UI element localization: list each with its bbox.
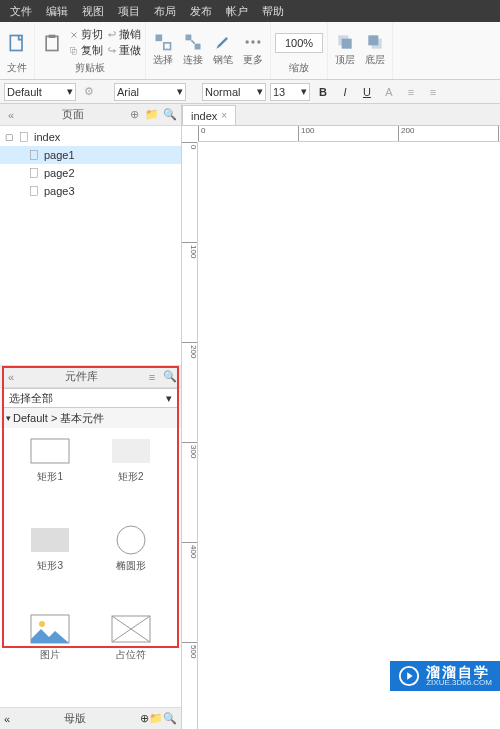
add-folder-icon[interactable]: 📁 <box>149 712 163 725</box>
align-center-button[interactable]: ≡ <box>424 83 442 101</box>
widget-placeholder[interactable]: 占位符 <box>95 614 168 699</box>
ruler-tick: 100 <box>182 242 198 258</box>
svg-rect-2 <box>49 34 56 37</box>
undo-button[interactable]: 撤销 <box>107 27 141 42</box>
bring-front-button[interactable]: 顶层 <box>332 30 358 71</box>
close-icon[interactable]: × <box>221 110 227 121</box>
copy-button[interactable]: 复制 <box>69 43 103 58</box>
svg-rect-6 <box>164 43 171 50</box>
play-icon <box>398 665 420 687</box>
document-icon <box>28 167 40 179</box>
menu-edit[interactable]: 编辑 <box>40 2 74 21</box>
menu-layout[interactable]: 布局 <box>148 2 182 21</box>
svg-rect-21 <box>31 439 69 463</box>
tree-item-page1[interactable]: page1 <box>0 146 181 164</box>
widget-rect3[interactable]: 矩形3 <box>14 525 87 610</box>
document-icon <box>28 149 40 161</box>
ruler-tick: 100 <box>298 126 314 142</box>
text-color-button[interactable]: A <box>380 83 398 101</box>
cut-button[interactable]: 剪切 <box>69 27 103 42</box>
document-icon <box>28 185 40 197</box>
underline-button[interactable]: U <box>358 83 376 101</box>
ribbon-toolbar: 文件 剪切 复制 撤销 重做 剪贴板 选择 连接 钢笔 更多 缩放 顶层 <box>0 22 500 80</box>
svg-rect-14 <box>342 39 352 49</box>
canvas[interactable] <box>198 142 500 729</box>
menu-icon[interactable]: ≡ <box>145 370 159 384</box>
canvas-area: index× 0 100 200 300 0 100 200 300 400 5… <box>182 104 500 729</box>
align-left-button[interactable]: ≡ <box>402 83 420 101</box>
ruler-tick: 400 <box>182 542 198 558</box>
svg-rect-4 <box>72 49 76 54</box>
style-settings-icon[interactable]: ⚙ <box>80 83 98 101</box>
new-file-button[interactable] <box>4 31 30 55</box>
menu-publish[interactable]: 发布 <box>184 2 218 21</box>
svg-point-24 <box>117 526 145 554</box>
clipboard-label: 剪贴板 <box>75 61 105 77</box>
svg-rect-3 <box>71 47 75 52</box>
send-back-button[interactable]: 底层 <box>362 30 388 71</box>
svg-rect-0 <box>10 35 22 50</box>
ruler-tick: 0 <box>182 142 198 149</box>
menu-account[interactable]: 帐户 <box>220 2 254 21</box>
file-label: 文件 <box>7 61 27 77</box>
svg-rect-23 <box>31 528 69 552</box>
connect-button[interactable]: 连接 <box>180 30 206 71</box>
ruler-tick: 0 <box>198 126 205 142</box>
svg-rect-19 <box>31 169 38 178</box>
svg-rect-16 <box>368 35 378 45</box>
size-select[interactable]: 13▾ <box>270 83 310 101</box>
ruler-tick: 200 <box>182 342 198 358</box>
tree-root[interactable]: ▢ index <box>0 128 181 146</box>
library-category[interactable]: ▾Default > 基本元件 <box>0 408 181 428</box>
tab-index[interactable]: index× <box>182 105 236 125</box>
widget-ellipse[interactable]: 椭圆形 <box>95 525 168 610</box>
menu-file[interactable]: 文件 <box>4 2 38 21</box>
library-select[interactable]: 选择全部▾ <box>2 388 179 408</box>
ruler-horizontal: 0 100 200 300 <box>198 126 500 142</box>
library-panel: « 元件库 ≡ 🔍 选择全部▾ ▾Default > 基本元件 矩形1 矩形2 … <box>0 366 181 707</box>
svg-rect-17 <box>21 133 28 142</box>
menu-project[interactable]: 项目 <box>112 2 146 21</box>
more-button[interactable]: 更多 <box>240 30 266 71</box>
svg-line-9 <box>191 40 194 43</box>
svg-rect-22 <box>112 439 150 463</box>
menu-view[interactable]: 视图 <box>76 2 110 21</box>
add-folder-icon[interactable]: 📁 <box>145 108 159 122</box>
italic-button[interactable]: I <box>336 83 354 101</box>
bold-button[interactable]: B <box>314 83 332 101</box>
svg-point-10 <box>246 40 249 43</box>
widget-rect1[interactable]: 矩形1 <box>14 436 87 521</box>
select-button[interactable]: 选择 <box>150 30 176 71</box>
zoom-input[interactable] <box>275 33 323 53</box>
pages-panel-header: « 页面 ⊕ 📁 🔍 <box>0 104 181 126</box>
svg-rect-7 <box>186 35 192 41</box>
svg-point-12 <box>257 40 260 43</box>
collapse-icon[interactable]: « <box>4 108 18 122</box>
redo-button[interactable]: 重做 <box>107 43 141 58</box>
collapse-icon[interactable]: « <box>4 370 18 384</box>
add-page-icon[interactable]: ⊕ <box>127 108 141 122</box>
menu-help[interactable]: 帮助 <box>256 2 290 21</box>
ruler-tick: 300 <box>182 442 198 458</box>
search-icon[interactable]: 🔍 <box>163 712 177 725</box>
zoom-label: 缩放 <box>289 61 309 77</box>
svg-rect-1 <box>46 36 58 50</box>
widget-image[interactable]: 图片 <box>14 614 87 699</box>
left-sidebar: « 页面 ⊕ 📁 🔍 ▢ index page1 page2 page3 <box>0 104 182 729</box>
tree-item-page3[interactable]: page3 <box>0 182 181 200</box>
document-icon <box>18 131 30 143</box>
style-select[interactable]: Default▾ <box>4 83 76 101</box>
search-icon[interactable]: 🔍 <box>163 108 177 122</box>
paste-button[interactable] <box>39 31 65 55</box>
search-icon[interactable]: 🔍 <box>163 370 177 384</box>
pen-button[interactable]: 钢笔 <box>210 30 236 71</box>
tree-item-page2[interactable]: page2 <box>0 164 181 182</box>
svg-rect-20 <box>31 187 38 196</box>
widget-rect2[interactable]: 矩形2 <box>95 436 168 521</box>
weight-select[interactable]: Normal▾ <box>202 83 266 101</box>
masters-title: 母版 <box>10 711 140 726</box>
masters-panel-header: « 母版 ⊕ 📁 🔍 <box>0 707 181 729</box>
watermark-logo: 溜溜自学ZIXUE.3D66.COM <box>390 661 500 691</box>
add-master-icon[interactable]: ⊕ <box>140 712 149 725</box>
font-select[interactable]: Arial▾ <box>114 83 186 101</box>
